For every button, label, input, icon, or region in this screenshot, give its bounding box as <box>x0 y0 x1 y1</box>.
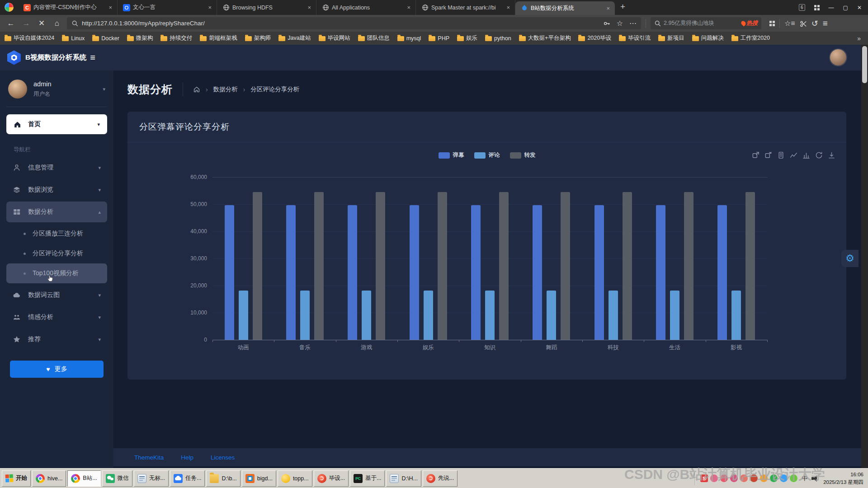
sidebar-item[interactable]: 数据词云图▾ <box>6 285 107 305</box>
bookmarks-overflow-chevron[interactable]: » <box>857 35 863 42</box>
home-button[interactable]: ⌂ <box>52 19 62 28</box>
legend-item[interactable]: 转发 <box>510 151 536 159</box>
bookmark-item[interactable]: PHP <box>429 35 449 42</box>
bookmark-star-icon[interactable]: ☆ <box>617 19 623 28</box>
bar-转发[interactable] <box>623 192 632 340</box>
undo-sync-icon[interactable]: ↺ <box>811 19 818 28</box>
bar-弹幕[interactable] <box>225 205 234 340</box>
bookmark-item[interactable]: 工作室2020 <box>731 34 770 42</box>
bar-chart-icon[interactable] <box>802 151 810 159</box>
tab-close-icon[interactable]: × <box>306 4 312 11</box>
browser-tab[interactable]: Spark Master at spark://bi× <box>416 0 515 15</box>
tray-icon[interactable] <box>750 474 758 482</box>
sidebar-toggle-icon[interactable]: ≡ <box>90 52 95 63</box>
apps-grid-icon[interactable] <box>769 21 775 26</box>
window-manager-icon[interactable] <box>814 5 820 10</box>
browser-tab[interactable]: B站数据分析系统× <box>515 1 615 15</box>
back-button[interactable]: ← <box>5 19 16 28</box>
bar-转发[interactable] <box>499 192 509 340</box>
taskbar-button[interactable]: 毕设... <box>314 470 349 487</box>
bar-弹幕[interactable] <box>656 205 665 340</box>
breadcrumb-item[interactable]: 数据分析 <box>213 85 238 94</box>
menu-icon[interactable]: ≡ <box>823 19 828 28</box>
browser-tab[interactable]: 文心一言× <box>118 0 217 15</box>
bar-弹幕[interactable] <box>410 205 419 340</box>
new-tab-button[interactable]: + <box>615 0 631 15</box>
hot-search-badge[interactable]: 热搜 <box>741 19 758 27</box>
data-view-icon[interactable] <box>777 151 785 159</box>
sidebar-item[interactable]: 信息管理▾ <box>6 157 107 178</box>
taskbar-button[interactable]: B站... <box>67 470 100 487</box>
bookmark-item[interactable]: 前端框架栈 <box>200 34 237 42</box>
scissors-screenshot-icon[interactable] <box>800 20 807 27</box>
url-text[interactable]: http://127.0.0.1:8000/myApp/replyShareCh… <box>82 20 599 27</box>
tray-icon[interactable] <box>730 474 738 482</box>
sidebar-item[interactable]: 数据浏览▾ <box>6 179 107 200</box>
more-options-icon[interactable]: ⋯ <box>629 19 637 28</box>
bookmark-item[interactable]: 问题解决 <box>692 34 724 42</box>
bar-转发[interactable] <box>376 192 385 340</box>
bar-转发[interactable] <box>684 192 693 340</box>
password-key-icon[interactable] <box>603 20 610 27</box>
bookmark-item[interactable]: 大数据+平台架构 <box>519 34 571 42</box>
bookmark-item[interactable]: 架构师 <box>245 34 271 42</box>
footer-link-themekita[interactable]: ThemeKita <box>134 454 164 461</box>
legend-item[interactable]: 弹幕 <box>439 151 464 159</box>
bookmark-item[interactable]: Linux <box>62 35 85 42</box>
bar-弹幕[interactable] <box>471 205 481 340</box>
tray-icon[interactable] <box>720 474 728 482</box>
footer-link-help[interactable]: Help <box>181 454 193 461</box>
user-card[interactable]: admin 用户名 ▾ <box>0 70 113 106</box>
taskbar-button[interactable]: D:\H... <box>386 470 421 487</box>
bar-转发[interactable] <box>561 192 570 340</box>
stop-button[interactable]: ✕ <box>36 19 47 28</box>
bar-转发[interactable] <box>438 192 447 340</box>
bar-弹幕[interactable] <box>594 205 604 340</box>
tray-icon[interactable] <box>740 474 748 482</box>
download-icon[interactable] <box>828 151 835 159</box>
bar-弹幕[interactable] <box>717 205 727 340</box>
bar-评论[interactable] <box>670 291 679 340</box>
sidebar-subitem[interactable]: Top100视频分析 <box>6 263 107 283</box>
bar-评论[interactable] <box>547 291 556 340</box>
taskbar-button[interactable]: 微信 <box>102 470 132 487</box>
sidebar-item[interactable]: 推荐▾ <box>6 329 107 350</box>
tray-icon[interactable]: S <box>700 474 708 482</box>
bar-评论[interactable] <box>239 291 248 340</box>
bookmark-item[interactable]: Docker <box>92 35 119 42</box>
bookmark-item[interactable]: 毕设网站 <box>319 34 350 42</box>
bookmark-item[interactable]: 持续交付 <box>160 34 192 42</box>
legend-item[interactable]: 评论 <box>474 151 500 159</box>
bookmark-item[interactable]: 2020毕设 <box>578 34 611 42</box>
bar-评论[interactable] <box>731 291 741 340</box>
minimize-button[interactable]: — <box>829 5 834 11</box>
bookmark-item[interactable]: 新项目 <box>658 34 684 42</box>
hot-search-text[interactable]: 2.95亿竟得佛山地块 <box>664 19 739 27</box>
bookmark-item[interactable]: 团队信息 <box>358 34 390 42</box>
bar-转发[interactable] <box>314 192 324 340</box>
bookmark-item[interactable]: 娱乐 <box>457 34 477 42</box>
sidebar-item[interactable]: 情感分析▾ <box>6 307 107 328</box>
header-avatar[interactable] <box>830 49 846 66</box>
bar-转发[interactable] <box>745 192 755 340</box>
address-bar[interactable]: http://127.0.0.1:8000/myApp/replyShareCh… <box>67 17 641 29</box>
sidebar-item[interactable]: 数据分析▴ <box>6 202 107 222</box>
taskbar-button[interactable]: D:\b... <box>206 470 240 487</box>
start-button[interactable]: 开始 <box>2 470 31 487</box>
tray-icon[interactable] <box>760 474 768 482</box>
tab-close-icon[interactable]: × <box>505 4 511 11</box>
browser-tab[interactable]: Browsing HDFS× <box>217 0 316 15</box>
taskbar-button[interactable]: 任务... <box>170 470 205 487</box>
settings-fab[interactable]: ⚙ <box>841 250 859 267</box>
clock[interactable]: 16:06 2025/2/13 星期四 <box>823 471 863 486</box>
sidebar-subitem[interactable]: 分区播放三连分析 <box>6 224 107 244</box>
bookmark-item[interactable]: 微架构 <box>127 34 153 42</box>
footer-link-licenses[interactable]: Licenses <box>211 454 235 461</box>
browser-logo-icon[interactable] <box>5 3 14 12</box>
page-scrollbar[interactable] <box>861 45 868 468</box>
bar-弹幕[interactable] <box>348 205 357 340</box>
bar-评论[interactable] <box>424 291 433 340</box>
close-button[interactable]: ✕ <box>857 5 862 11</box>
sidebar-subitem[interactable]: 分区评论分享分析 <box>6 244 107 263</box>
bar-评论[interactable] <box>609 291 618 340</box>
